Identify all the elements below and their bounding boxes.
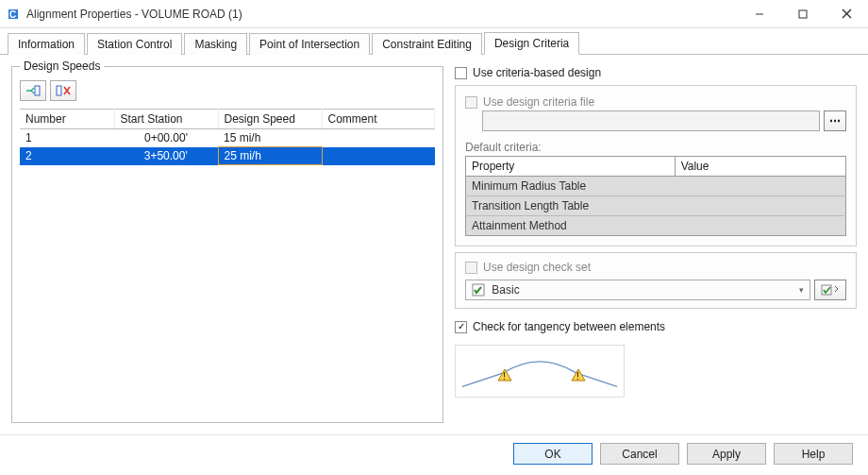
default-criteria-label: Default criteria: (465, 141, 846, 154)
tab-constraint-editing[interactable]: Constraint Editing (372, 33, 482, 55)
tangency-label: Check for tangency between elements (473, 320, 665, 333)
svg-rect-3 (799, 10, 807, 18)
cell-start-station: 3+50.00' (114, 147, 218, 165)
cell-number: 1 (20, 129, 114, 147)
check-icon (472, 283, 485, 297)
use-file-row[interactable]: Use design criteria file (465, 95, 846, 109)
svg-line-5 (843, 9, 851, 18)
criteria-val[interactable] (675, 196, 845, 216)
check-set-dropdown[interactable]: Basic ▾ (465, 280, 810, 300)
tab-information[interactable]: Information (8, 33, 85, 55)
dialog-footer: OK Cancel Apply Help (0, 434, 868, 472)
file-row: ⋯ (482, 110, 846, 131)
use-file-label: Use design criteria file (483, 95, 594, 109)
use-criteria-row[interactable]: Use criteria-based design (455, 66, 857, 79)
add-speed-button[interactable] (20, 80, 46, 101)
check-set-value: Basic (492, 283, 519, 297)
tangency-row[interactable]: Check for tangency between elements (455, 320, 857, 333)
criteria-table[interactable]: Property Value Minimum Radius Table Tran… (465, 156, 846, 236)
criteria-row[interactable]: Minimum Radius Table (466, 177, 846, 196)
window-controls (738, 0, 868, 27)
tab-station-control[interactable]: Station Control (87, 33, 182, 55)
cancel-button[interactable]: Cancel (600, 443, 679, 465)
cell-comment[interactable] (322, 129, 435, 147)
window-title: Alignment Properties - VOLUME ROAD (1) (26, 8, 738, 21)
criteria-prop: Attainment Method (466, 216, 676, 236)
use-check-set-checkbox[interactable] (465, 262, 477, 274)
tab-point-of-intersection[interactable]: Point of Intersection (249, 33, 370, 55)
close-button[interactable] (825, 0, 868, 27)
svg-rect-7 (57, 86, 61, 95)
criteria-prop: Transition Length Table (466, 196, 676, 216)
tangency-checkbox[interactable] (455, 321, 467, 333)
criteria-row[interactable]: Transition Length Table (466, 196, 846, 216)
design-speeds-label: Design Speeds (20, 59, 104, 73)
criteria-val[interactable] (675, 177, 845, 196)
table-header-row: Number Start Station Design Speed Commen… (20, 110, 435, 129)
use-check-set-label: Use design check set (483, 261, 591, 274)
criteria-row[interactable]: Attainment Method (466, 216, 846, 236)
tangency-graphic: ! ! (455, 345, 625, 398)
table-row[interactable]: 1 0+00.00' 15 mi/h (20, 129, 435, 147)
col-design-speed: Design Speed (218, 110, 322, 129)
svg-rect-6 (35, 86, 40, 95)
col-start-station: Start Station (114, 110, 218, 129)
cell-speed[interactable]: 25 mi/h (218, 147, 322, 165)
svg-rect-11 (822, 285, 831, 295)
design-speeds-group: Design Speeds Number Start Station Desig… (11, 66, 443, 423)
svg-text:C: C (9, 9, 16, 20)
remove-speed-button[interactable] (50, 80, 76, 101)
tab-design-criteria[interactable]: Design Criteria (484, 32, 579, 55)
svg-line-4 (843, 9, 851, 18)
use-check-set-row[interactable]: Use design check set (465, 261, 846, 274)
use-criteria-checkbox[interactable] (455, 67, 467, 79)
col-number: Number (20, 110, 114, 129)
design-speeds-table[interactable]: Number Start Station Design Speed Commen… (20, 109, 435, 165)
warning-icon: ! (571, 368, 586, 382)
criteria-col-property: Property (466, 157, 676, 177)
criteria-col-value: Value (675, 157, 845, 177)
cell-number: 2 (20, 147, 114, 165)
svg-text:!: ! (576, 371, 579, 382)
tab-content: Design Speeds Number Start Station Desig… (0, 55, 868, 434)
help-button[interactable]: Help (774, 443, 853, 465)
check-set-select-row: Basic ▾ (465, 280, 846, 300)
criteria-file-group: Use design criteria file ⋯ Default crite… (455, 85, 857, 246)
cell-start-station: 0+00.00' (114, 129, 218, 147)
apply-button[interactable]: Apply (687, 443, 766, 465)
chevron-down-icon: ▾ (799, 285, 804, 295)
criteria-file-input[interactable] (482, 110, 820, 131)
cell-speed[interactable]: 15 mi/h (218, 129, 322, 147)
maximize-button[interactable] (781, 0, 825, 27)
warning-icon: ! (497, 368, 512, 382)
titlebar: C Alignment Properties - VOLUME ROAD (1) (0, 0, 868, 28)
criteria-panel: Use criteria-based design Use design cri… (455, 66, 857, 423)
browse-file-button[interactable]: ⋯ (824, 110, 846, 131)
cell-comment[interactable] (322, 147, 435, 165)
svg-text:!: ! (503, 371, 506, 382)
criteria-val[interactable] (675, 216, 845, 236)
app-icon: C (6, 7, 21, 22)
criteria-prop: Minimum Radius Table (466, 177, 676, 196)
minimize-button[interactable] (738, 0, 781, 27)
use-file-checkbox[interactable] (465, 96, 477, 109)
table-row[interactable]: 2 3+50.00' 25 mi/h (20, 147, 435, 165)
tabbar: Information Station Control Masking Poin… (0, 28, 868, 55)
edit-check-set-button[interactable] (814, 280, 846, 300)
check-set-group: Use design check set Basic ▾ (455, 252, 857, 309)
use-criteria-label: Use criteria-based design (473, 66, 601, 79)
col-comment: Comment (322, 110, 435, 129)
ok-button[interactable]: OK (513, 443, 593, 465)
design-speeds-toolbar (20, 76, 435, 109)
tab-masking[interactable]: Masking (184, 33, 247, 55)
